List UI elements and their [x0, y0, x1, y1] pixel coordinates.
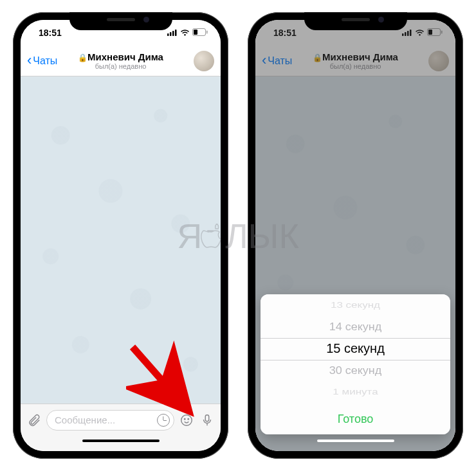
- picker-option[interactable]: 13 секунд: [261, 298, 450, 313]
- mic-icon[interactable]: [199, 412, 215, 429]
- home-indicator[interactable]: [255, 436, 455, 451]
- wifi-icon: [180, 28, 190, 38]
- home-indicator[interactable]: [21, 436, 221, 451]
- back-label: Чаты: [33, 55, 57, 67]
- svg-rect-2: [172, 31, 174, 36]
- svg-rect-1: [170, 32, 172, 36]
- svg-rect-3: [175, 30, 177, 36]
- phone-left-frame: 18:51 ‹ Чаты 🔒Михневич Дима: [13, 12, 228, 459]
- timer-picker-sheet: 13 секунд 14 секунд 15 секунд 30 секунд …: [261, 294, 450, 435]
- svg-point-7: [181, 414, 192, 425]
- picker-option-selected[interactable]: 15 секунд: [261, 338, 450, 360]
- notch: [69, 12, 172, 30]
- lock-icon: 🔒: [78, 53, 87, 62]
- sticker-icon[interactable]: [178, 412, 195, 429]
- back-button[interactable]: ‹ Чаты: [27, 55, 57, 67]
- self-destruct-timer-icon[interactable]: [157, 414, 170, 427]
- battery-icon: [192, 28, 208, 38]
- svg-rect-0: [167, 33, 169, 36]
- chat-title: 🔒Михневич Дима: [78, 51, 163, 62]
- svg-point-8: [185, 418, 185, 419]
- attach-icon[interactable]: [26, 412, 42, 429]
- phone-right-frame: 18:51 ‹ Чаты 🔒Михневич Дима: [248, 12, 463, 459]
- cellular-icon: [167, 28, 178, 38]
- status-icons: [167, 28, 208, 38]
- chevron-left-icon: ‹: [27, 53, 32, 67]
- input-bar: Сообщение...: [21, 404, 221, 436]
- screen-left: 18:51 ‹ Чаты 🔒Михневич Дима: [21, 20, 221, 451]
- picker-option[interactable]: 1 минута: [261, 385, 450, 400]
- picker-option[interactable]: 30 секунд: [261, 360, 450, 380]
- message-placeholder: Сообщение...: [55, 414, 115, 425]
- done-button[interactable]: Готово: [261, 404, 450, 434]
- svg-rect-10: [205, 414, 209, 421]
- status-time: 18:51: [39, 28, 62, 38]
- notch: [304, 12, 407, 30]
- chat-subtitle: был(а) недавно: [78, 62, 163, 71]
- screen-right: 18:51 ‹ Чаты 🔒Михневич Дима: [255, 20, 455, 451]
- picker-option[interactable]: 14 секунд: [261, 317, 450, 337]
- svg-point-9: [188, 418, 188, 419]
- message-input[interactable]: Сообщение...: [46, 410, 174, 431]
- avatar[interactable]: [194, 51, 214, 71]
- svg-rect-6: [194, 30, 197, 35]
- chat-title-group[interactable]: 🔒Михневич Дима был(а) недавно: [78, 51, 163, 70]
- chat-header: ‹ Чаты 🔒Михневич Дима был(а) недавно: [21, 46, 221, 76]
- timer-picker[interactable]: 13 секунд 14 секунд 15 секунд 30 секунд …: [261, 294, 450, 404]
- svg-rect-5: [206, 31, 208, 34]
- chat-background[interactable]: [21, 76, 221, 404]
